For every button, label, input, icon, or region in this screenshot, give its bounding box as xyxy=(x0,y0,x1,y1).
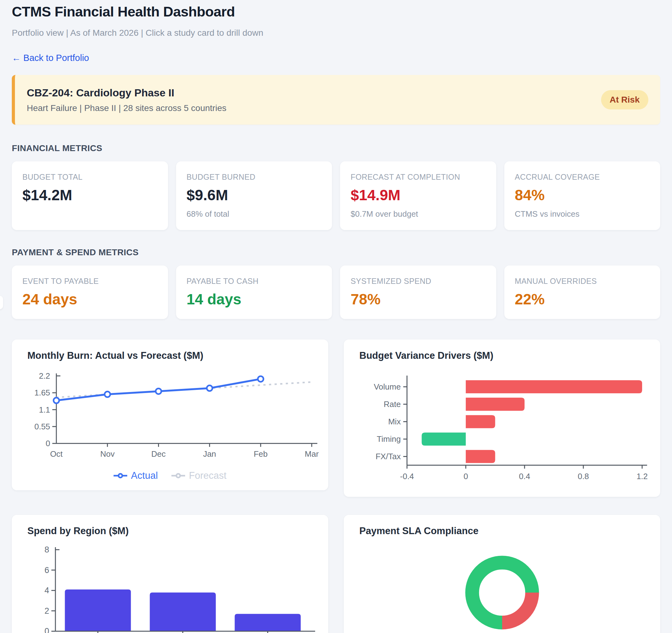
forecast-series-icon xyxy=(171,473,185,479)
svg-text:1.2: 1.2 xyxy=(637,472,648,481)
metric-value: 84% xyxy=(515,186,650,204)
metric-label: FORECAST AT COMPLETION xyxy=(351,173,486,182)
svg-text:0: 0 xyxy=(46,439,50,448)
metric-card-accrual-coverage: ACCRUAL COVERAGE84%CTMS vs invoices xyxy=(504,161,661,230)
offscreen-edge-element xyxy=(0,296,3,309)
sla-compliance-title: Payment SLA Compliance xyxy=(359,526,651,537)
metric-label: MANUAL OVERRIDES xyxy=(515,277,650,286)
svg-text:Oct: Oct xyxy=(50,449,63,459)
svg-text:1.1: 1.1 xyxy=(39,405,50,414)
sla-compliance-chart xyxy=(353,543,651,633)
back-arrow-icon: ← xyxy=(12,53,21,63)
metric-card-event-to-payable: EVENT TO PAYABLE24 days xyxy=(12,265,168,319)
spend-by-region-card: Spend by Region ($M) 02468North AmericaE… xyxy=(12,515,328,633)
metric-card-forecast-at-completion: FORECAST AT COMPLETION$14.9M$0.7M over b… xyxy=(340,161,496,230)
section-payment-spend-metrics: PAYMENT & SPEND METRICS xyxy=(12,248,660,257)
metric-value: 22% xyxy=(515,291,650,308)
svg-text:0: 0 xyxy=(45,627,49,633)
svg-text:Nov: Nov xyxy=(100,449,115,459)
metric-label: SYSTEMIZED SPEND xyxy=(351,277,486,286)
svg-text:2: 2 xyxy=(45,606,49,615)
payment-metrics-grid: EVENT TO PAYABLE24 daysPAYABLE TO CASH14… xyxy=(12,265,660,319)
svg-text:4: 4 xyxy=(45,586,49,596)
legend-item-actual: Actual xyxy=(114,470,158,481)
monthly-burn-card: Monthly Burn: Actual vs Forecast ($M) 00… xyxy=(12,339,328,490)
svg-text:0.4: 0.4 xyxy=(519,472,530,481)
metric-value: $9.6M xyxy=(187,186,322,204)
budget-variance-chart: VolumeRateMixTimingFX/Tax-0.400.40.81.2 xyxy=(353,368,651,489)
metric-card-systemized-spend: SYSTEMIZED SPEND78% xyxy=(340,265,496,319)
svg-text:Rate: Rate xyxy=(384,400,401,409)
svg-text:Mar: Mar xyxy=(305,449,319,459)
svg-text:Dec: Dec xyxy=(151,449,166,459)
section-financial-metrics: FINANCIAL METRICS xyxy=(12,143,660,153)
legend-label: Actual xyxy=(131,470,158,481)
legend-label: Forecast xyxy=(189,470,226,481)
metric-value: 24 days xyxy=(22,291,158,308)
study-subtitle: Heart Failure | Phase II | 28 sites acro… xyxy=(27,103,226,113)
svg-text:0.55: 0.55 xyxy=(34,422,50,431)
metric-label: BUDGET BURNED xyxy=(187,173,322,182)
metric-card-manual-overrides: MANUAL OVERRIDES22% xyxy=(504,265,661,319)
actual-series-icon xyxy=(114,473,127,479)
financial-metrics-grid: BUDGET TOTAL$14.2MBUDGET BURNED$9.6M68% … xyxy=(12,161,660,230)
metric-card-payable-to-cash: PAYABLE TO CASH14 days xyxy=(176,265,332,319)
svg-text:0.8: 0.8 xyxy=(578,472,589,481)
svg-text:Volume: Volume xyxy=(374,382,401,391)
metric-card-budget-burned: BUDGET BURNED$9.6M68% of total xyxy=(176,161,332,230)
study-banner-card[interactable]: CBZ-204: Cardiology Phase II Heart Failu… xyxy=(12,75,660,125)
metric-label: ACCRUAL COVERAGE xyxy=(515,173,650,182)
page-title: CTMS Financial Health Dashboard xyxy=(12,4,660,20)
svg-text:Timing: Timing xyxy=(377,434,401,444)
dashboard-page: CTMS Financial Health Dashboard Portfoli… xyxy=(0,0,672,633)
monthly-burn-legend: ActualForecast xyxy=(21,469,319,483)
metric-subtext: CTMS vs invoices xyxy=(515,209,650,219)
svg-text:1.65: 1.65 xyxy=(34,388,50,397)
status-badge: At Risk xyxy=(601,90,648,109)
svg-text:6: 6 xyxy=(45,565,49,575)
back-to-portfolio-link[interactable]: ← Back to Portfolio xyxy=(12,53,89,63)
metric-label: EVENT TO PAYABLE xyxy=(22,277,158,286)
metric-value: 14 days xyxy=(187,291,322,308)
monthly-burn-chart: 00.551.11.652.2OctNovDecJanFebMar xyxy=(21,368,319,466)
svg-text:8: 8 xyxy=(45,545,49,554)
spend-by-region-title: Spend by Region ($M) xyxy=(27,526,319,537)
svg-text:FX/Tax: FX/Tax xyxy=(376,452,401,461)
metric-value: $14.9M xyxy=(351,186,486,204)
back-link-label: Back to Portfolio xyxy=(23,53,89,63)
metric-subtext: $0.7M over budget xyxy=(351,209,486,219)
study-title: CBZ-204: Cardiology Phase II xyxy=(27,87,226,99)
metric-card-budget-total: BUDGET TOTAL$14.2M xyxy=(12,161,168,230)
svg-text:0: 0 xyxy=(463,472,468,481)
metric-subtext: 68% of total xyxy=(187,209,322,219)
svg-text:2.2: 2.2 xyxy=(39,371,50,381)
legend-item-forecast: Forecast xyxy=(171,470,226,481)
metric-label: BUDGET TOTAL xyxy=(22,173,158,182)
svg-text:Feb: Feb xyxy=(254,449,268,459)
page-subtitle: Portfolio view | As of March 2026 | Clic… xyxy=(12,28,660,38)
sla-compliance-card: Payment SLA Compliance SLA MetBreached xyxy=(344,515,660,633)
metric-value: $14.2M xyxy=(22,186,158,204)
svg-text:-0.4: -0.4 xyxy=(400,472,414,481)
monthly-burn-title: Monthly Burn: Actual vs Forecast ($M) xyxy=(27,350,319,361)
metric-label: PAYABLE TO CASH xyxy=(187,277,322,286)
budget-variance-card: Budget Variance Drivers ($M) VolumeRateM… xyxy=(344,339,660,497)
svg-text:Jan: Jan xyxy=(203,449,216,459)
spend-by-region-chart: 02468North AmericaEuropeAsia Pacific xyxy=(21,543,319,633)
svg-text:Mix: Mix xyxy=(388,417,401,426)
metric-value: 78% xyxy=(351,291,486,308)
study-banner-text: CBZ-204: Cardiology Phase II Heart Failu… xyxy=(27,87,226,113)
budget-variance-title: Budget Variance Drivers ($M) xyxy=(359,350,651,361)
